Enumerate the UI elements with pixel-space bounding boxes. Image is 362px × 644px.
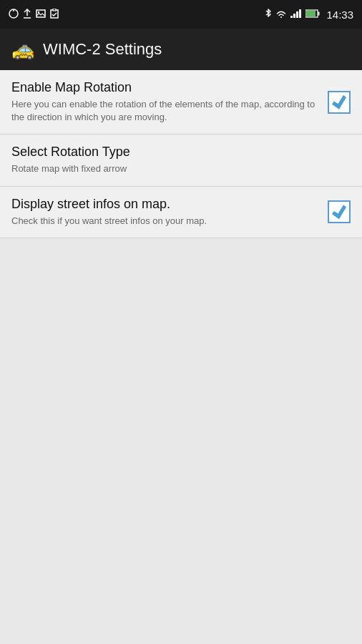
clock-time: 14:33	[326, 9, 353, 21]
settings-item-content: Display street infos on map. Check this …	[11, 197, 328, 228]
circle-icon	[9, 9, 19, 21]
title-bar: 🚕 WIMC-2 Settings	[0, 29, 362, 70]
image-icon	[36, 9, 46, 20]
upload-icon	[23, 9, 31, 21]
svg-rect-5	[51, 10, 58, 18]
settings-item-select-rotation-type[interactable]: Select Rotation Type Rotate map with fix…	[0, 135, 362, 186]
enable-map-rotation-checkbox[interactable]	[328, 91, 351, 114]
svg-rect-7	[290, 16, 293, 18]
check-clipboard-icon	[50, 9, 59, 21]
settings-item-description: Rotate map with fixed arrow	[11, 162, 342, 175]
settings-item-content: Select Rotation Type Rotate map with fix…	[11, 145, 351, 175]
settings-list: Enable Map Rotation Here you can enable …	[0, 70, 362, 238]
bluetooth-icon	[265, 9, 272, 21]
settings-item-enable-map-rotation[interactable]: Enable Map Rotation Here you can enable …	[0, 70, 362, 135]
app-title: WIMC-2 Settings	[43, 40, 162, 59]
settings-item-title: Display street infos on map.	[11, 197, 319, 212]
settings-item-description: Check this if you want street infos on y…	[11, 215, 319, 228]
svg-rect-10	[299, 9, 301, 18]
wifi-icon	[275, 9, 287, 20]
settings-item-title: Select Rotation Type	[11, 145, 342, 160]
status-right-icons: 14:33	[265, 9, 353, 21]
svg-rect-3	[36, 10, 45, 17]
svg-rect-8	[293, 14, 295, 18]
svg-point-4	[38, 11, 39, 12]
signal-icon	[290, 9, 302, 20]
svg-rect-12	[318, 11, 320, 15]
svg-rect-13	[306, 11, 315, 16]
battery-icon	[305, 9, 320, 20]
display-street-infos-checkbox[interactable]	[328, 200, 351, 223]
settings-item-content: Enable Map Rotation Here you can enable …	[11, 80, 328, 124]
svg-rect-9	[296, 11, 298, 18]
settings-item-display-street-infos[interactable]: Display street infos on map. Check this …	[0, 187, 362, 238]
settings-item-title: Enable Map Rotation	[11, 80, 319, 95]
svg-rect-6	[53, 9, 56, 11]
status-bar: 14:33	[0, 0, 362, 29]
app-icon: 🚕	[11, 39, 34, 61]
settings-item-description: Here you can enable the rotation of the …	[11, 98, 319, 124]
status-left-icons	[9, 9, 59, 21]
